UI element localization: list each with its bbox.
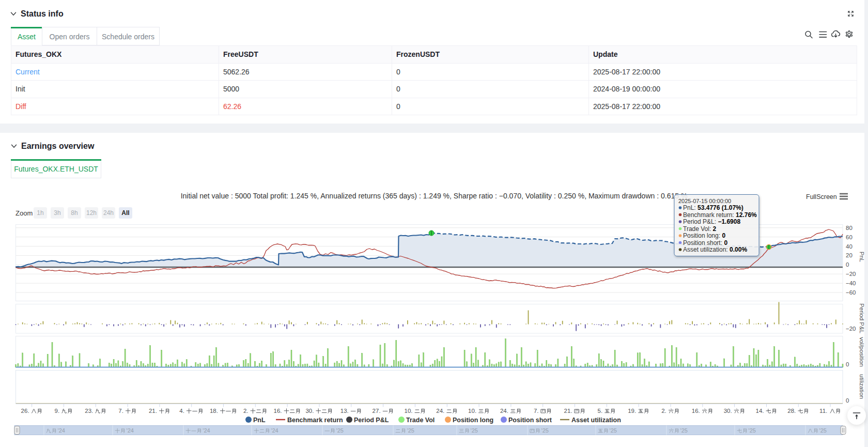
svg-text:24.: 24.	[500, 408, 508, 414]
svg-text:'25: '25	[680, 427, 688, 434]
svg-text:0: 0	[846, 361, 849, 367]
svg-text:'25: '25	[749, 427, 756, 434]
svg-text:'25: '25	[471, 427, 478, 434]
svg-text:2.: 2.	[243, 408, 249, 414]
svg-text:'25: '25	[610, 427, 617, 434]
svg-text:'25: '25	[819, 427, 827, 434]
svg-text:'25: '25	[336, 427, 344, 434]
svg-text:16.: 16.	[274, 408, 282, 414]
svg-text:10.: 10.	[405, 408, 413, 414]
svg-text:24.: 24.	[436, 408, 444, 414]
svg-text:19.: 19.	[628, 408, 636, 414]
svg-text:'24: '24	[271, 427, 278, 434]
svg-text:−20: −20	[846, 271, 856, 277]
svg-text:60: 60	[846, 234, 853, 240]
svg-text:20: 20	[846, 252, 853, 258]
svg-text:−20: −20	[846, 326, 856, 332]
svg-text:5.: 5.	[598, 408, 603, 414]
svg-text:21.: 21.	[149, 408, 157, 414]
svg-text:'24: '24	[203, 427, 210, 434]
svg-text:2025-07-15 00:00:00: 2025-07-15 00:00:00	[678, 198, 731, 204]
svg-text:Position short: 0: Position short: 0	[683, 239, 727, 246]
svg-text:PnL: PnL	[253, 417, 266, 424]
svg-text:21.: 21.	[564, 408, 572, 414]
svg-text:utilization: utilization	[859, 374, 864, 399]
svg-text:Position long: Position long	[453, 417, 493, 424]
svg-text:30.: 30.	[305, 408, 314, 414]
svg-text:28.: 28.	[787, 408, 796, 414]
svg-text:27.: 27.	[373, 408, 381, 414]
svg-text:7.: 7.	[534, 408, 539, 414]
svg-text:26.: 26.	[21, 408, 29, 414]
svg-text:Period P&L: −1.6908: Period P&L: −1.6908	[683, 218, 740, 225]
svg-text:Period P&L: Period P&L	[859, 303, 864, 334]
svg-text:11.: 11.	[819, 408, 827, 414]
svg-text:Asset utilization: 0.00%: Asset utilization: 0.00%	[683, 246, 747, 253]
svg-text:4.: 4.	[179, 408, 184, 414]
svg-text:Position long: 0: Position long: 0	[683, 232, 725, 239]
svg-text:Benchmark return: Benchmark return	[287, 417, 343, 424]
svg-text:Benchmark return: 12.76%: Benchmark return: 12.76%	[683, 211, 757, 219]
svg-text:PnL: PnL	[859, 252, 864, 263]
svg-text:'24: '24	[58, 427, 65, 434]
svg-text:30.: 30.	[724, 408, 732, 414]
svg-text:7.: 7.	[118, 408, 123, 414]
svg-text:Trade Vol: 2: Trade Vol: 2	[683, 225, 717, 233]
svg-text:PnL: 53.4776 (1.07%): PnL: 53.4776 (1.07%)	[683, 204, 743, 211]
svg-text:−60: −60	[846, 289, 856, 296]
svg-text:vol/position: vol/position	[859, 337, 864, 367]
svg-text:−40: −40	[846, 280, 856, 286]
svg-text:23.: 23.	[85, 408, 93, 414]
svg-text:13.: 13.	[340, 408, 349, 414]
svg-text:16.: 16.	[692, 408, 700, 414]
svg-text:'25: '25	[541, 427, 549, 434]
svg-text:Trade Vol: Trade Vol	[406, 417, 435, 424]
svg-text:0: 0	[846, 261, 849, 268]
svg-text:40: 40	[846, 243, 853, 250]
svg-text:80: 80	[846, 225, 853, 231]
svg-text:18.: 18.	[210, 408, 218, 414]
svg-text:Period P&L: Period P&L	[354, 417, 389, 424]
svg-text:Position short: Position short	[508, 417, 552, 424]
svg-text:14.: 14.	[756, 408, 764, 414]
svg-text:0: 0	[846, 397, 849, 404]
svg-text:10.: 10.	[468, 408, 476, 414]
svg-text:2.: 2.	[661, 408, 667, 414]
svg-text:'25: '25	[407, 427, 414, 434]
svg-text:'24: '24	[127, 427, 134, 434]
svg-text:Asset utilization: Asset utilization	[571, 417, 621, 424]
svg-text:9.: 9.	[55, 408, 60, 414]
